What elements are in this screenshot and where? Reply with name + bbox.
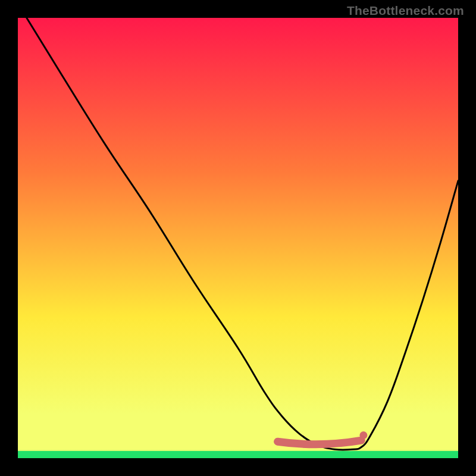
bottleneck-chart <box>0 0 476 476</box>
watermark-text: TheBottleneck.com <box>347 4 464 18</box>
chart-container: TheBottleneck.com <box>0 0 476 476</box>
trough-end-marker <box>359 431 367 439</box>
bottom-band <box>18 451 458 458</box>
trough-highlight <box>278 440 362 444</box>
